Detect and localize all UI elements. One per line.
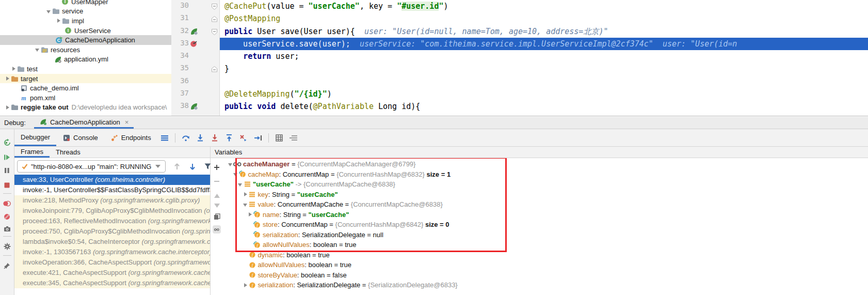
frame-row[interactable]: invoke:218, MethodProxy (org.springframe… [14,195,210,206]
tree-item-cachedemoapplication[interactable]: CCacheDemoApplication [0,35,171,45]
chevron-right-icon[interactable] [242,282,248,288]
frame-row[interactable]: lambda$invoke$0:54, CacheInterceptor (or… [14,237,210,247]
frame-row[interactable]: invoke:-1, 1303567163 (org.springframewo… [14,247,210,257]
code-line-33[interactable]: userService.save(user); userService: "co… [220,38,868,50]
fold-marker-icon[interactable] [212,65,217,74]
view-breakpoints-icon[interactable] [3,199,11,208]
rerun-debug-icon[interactable] [3,138,11,147]
code-line-35[interactable]: } [220,63,868,75]
mute-breakpoints-icon[interactable] [3,212,11,221]
tree-item-cache-demo-iml[interactable]: cache_demo.iml [0,83,171,93]
tree-item-test[interactable]: test [0,64,171,74]
tree-item-resources[interactable]: resources [0,45,171,55]
code-line-30[interactable]: @CachePut(value = "userCache", key = "#u… [220,0,868,12]
tree-item-pom-xml[interactable]: mpom.xml [0,93,171,103]
fold-marker-icon[interactable] [212,15,217,24]
chevron-down-icon[interactable] [227,161,233,167]
code-line-32[interactable]: public User save(User user){ user: "User… [220,25,868,38]
camera-icon[interactable] [3,225,11,233]
tab-threads[interactable]: Threads [50,147,87,158]
frame-row[interactable]: proceed:163, ReflectiveMethodInvocation … [14,216,210,226]
variable-row[interactable]: "userCache" -> {ConcurrentMapCache@6838} [223,179,868,190]
force-step-into-icon[interactable] [210,133,220,143]
close-icon[interactable]: × [125,118,129,126]
chevron-right-icon[interactable] [55,18,61,24]
duplicate-watch-icon[interactable] [213,212,221,221]
frame-row[interactable]: execute:421, CacheAspectSupport (org.spr… [14,268,210,278]
tab-frames[interactable]: Frames [14,147,50,158]
tree-item-usermapper[interactable]: IUserMapper [0,0,171,7]
chevron-right-icon[interactable] [4,75,10,82]
tab-console[interactable]: Console [56,129,104,146]
drop-frame-icon[interactable] [238,133,249,143]
variable-row[interactable]: key: String = "userCache" [223,190,868,200]
add-watch-icon[interactable] [213,163,221,172]
chevron-down-icon[interactable] [34,46,40,53]
tab-debugger[interactable]: Debugger [14,129,56,146]
chevron-right-icon[interactable] [10,66,17,72]
tree-item-target[interactable]: target [0,74,171,84]
remove-watch-icon[interactable] [213,177,221,185]
variable-row[interactable]: fallowNullValues: boolean = true [223,260,868,270]
step-over-icon[interactable] [181,133,191,143]
horizontal-lines-icon[interactable] [288,133,299,143]
tree-item-service[interactable]: service [0,7,171,17]
code-line-31[interactable]: @PostMapping [220,12,868,25]
breakpoint-verified-icon[interactable] [190,40,198,50]
code-line-38[interactable]: public void delete(@PathVariable Long id… [220,100,868,113]
move-up-icon[interactable] [213,192,221,200]
debug-session-tab[interactable]: CacheDemoApplication × [34,117,134,129]
tree-item-userservice[interactable]: IUserService [0,26,171,36]
chevron-right-icon[interactable] [4,104,10,111]
step-out-icon[interactable] [224,133,234,143]
tree-item-impl[interactable]: impl [0,16,171,26]
variable-row[interactable]: fstoreByValue: boolean = false [223,270,868,281]
code-line-37[interactable]: @DeleteMapping("/{id}") [220,88,868,100]
variable-row[interactable]: cacheManager = {ConcurrentMapCacheManage… [223,159,868,169]
move-down-icon[interactable] [213,201,221,210]
stop-icon[interactable] [3,181,11,189]
grid-view-icon[interactable] [274,133,284,143]
code-editor[interactable]: 303132333435363738 @CachePut(value = "us… [171,0,868,116]
frame-down-icon[interactable] [188,162,197,170]
code-line-36[interactable] [220,75,868,88]
code-line-34[interactable]: return user; [220,50,868,63]
spring-bean-icon[interactable] [190,102,198,112]
tree-item-application-yml[interactable]: application.yml [0,55,171,65]
variable-row[interactable]: fallowNullValues: boolean = true [223,240,868,250]
fold-marker-icon[interactable] [212,28,217,37]
run-to-cursor-icon[interactable] [253,133,263,143]
variable-row[interactable]: fstore: ConcurrentMap = {ConcurrentHashM… [223,220,868,230]
chevron-down-icon[interactable] [237,181,243,188]
frame-row[interactable]: invokeJoinpoint:779, CglibAopProxy$Cglib… [14,206,210,216]
chevron-down-icon[interactable] [242,201,248,208]
settings-icon[interactable] [3,242,11,251]
chevron-down-icon[interactable] [232,171,238,177]
layout-settings-icon[interactable] [159,133,170,143]
frame-row[interactable]: proceed:750, CglibAopProxy$CglibMethodIn… [14,226,210,237]
variable-row[interactable]: value: ConcurrentMapCache = {ConcurrentM… [223,199,868,210]
chevron-down-icon[interactable] [45,8,52,14]
frame-row[interactable]: save:33, UserController (com.itheima.con… [14,175,210,185]
variable-row[interactable]: fserialization: SerializationDelegate = … [223,280,868,290]
resume-icon[interactable] [3,153,11,161]
frame-row[interactable]: execute:345, CacheAspectSupport (org.spr… [14,278,210,288]
frame-up-icon[interactable] [173,162,181,170]
step-into-icon[interactable] [195,133,205,143]
variable-row[interactable]: fcacheMap: ConcurrentMap = {ConcurrentHa… [223,169,868,180]
variable-row[interactable]: fname: String = "userCache" [223,210,868,220]
thread-selector[interactable]: "http-nio-8080-ex...up "main": RUNNING [17,160,166,173]
tab-endpoints[interactable]: Endpoints [104,129,157,146]
variable-row[interactable]: fdynamic: boolean = true [223,250,868,260]
fold-marker-icon[interactable] [212,3,217,12]
frame-row[interactable]: invokeOperation:366, CacheAspectSupport … [14,257,210,268]
chevron-right-icon[interactable] [242,191,248,197]
spring-bean-icon[interactable] [190,27,198,37]
editor-code[interactable]: @CachePut(value = "userCache", key = "#u… [220,0,868,116]
pin-icon[interactable] [3,261,11,270]
chevron-right-icon[interactable] [247,211,253,218]
variable-row[interactable]: fserialization: SerializationDelegate = … [223,230,868,240]
show-watches-icon[interactable] [213,225,221,234]
frame-row[interactable]: invoke:-1, UserController$$FastClassBySp… [14,185,210,195]
pause-icon[interactable] [3,166,11,175]
